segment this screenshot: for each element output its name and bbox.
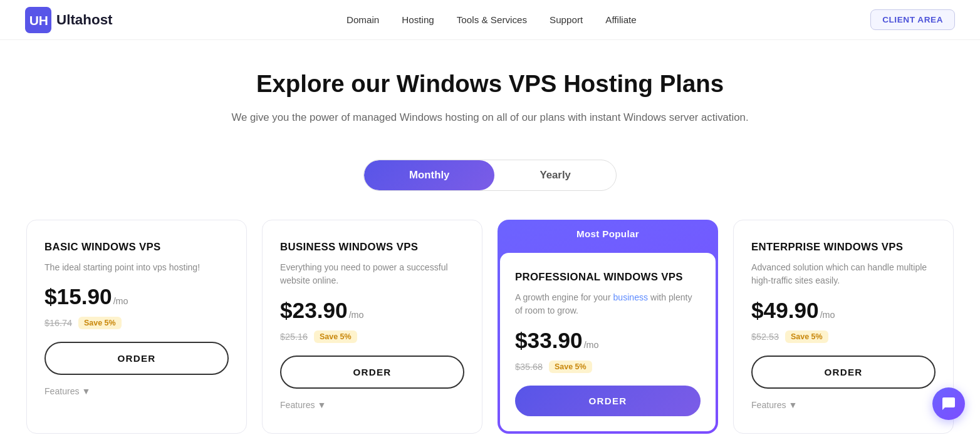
logo[interactable]: UH Ultahost xyxy=(25,7,113,33)
plan-name-business: BUSINESS WINDOWS VPS xyxy=(280,240,464,254)
price-amount-professional: $33.90 xyxy=(515,328,583,353)
plan-price-enterprise: $49.90 /mo xyxy=(751,298,936,323)
save-badge-enterprise: Save 5% xyxy=(785,330,828,343)
client-area-button[interactable]: CLIENT AREA xyxy=(870,9,955,30)
hero-section: Explore our Windows VPS Hosting Plans We… xyxy=(0,40,980,140)
chat-icon xyxy=(941,396,956,411)
popular-badge: Most Popular xyxy=(498,220,718,245)
plan-price-professional: $33.90 /mo xyxy=(515,328,701,353)
nav-domain[interactable]: Domain xyxy=(347,14,379,25)
logo-text: Ultahost xyxy=(56,12,113,28)
save-badge-professional: Save 5% xyxy=(549,361,592,373)
logo-icon: UH xyxy=(25,7,51,33)
price-amount-basic: $15.90 xyxy=(44,284,112,309)
plans-grid: BASIC WINDOWS VPS The ideal starting poi… xyxy=(26,220,954,434)
page-title: Explore our Windows VPS Hosting Plans xyxy=(13,70,967,98)
price-old-basic: $16.74 xyxy=(44,318,72,328)
price-mo-basic: /mo xyxy=(113,296,128,306)
plan-desc-basic: The ideal starting point into vps hostin… xyxy=(44,261,229,274)
plan-name-basic: BASIC WINDOWS VPS xyxy=(44,240,229,254)
plans-section: BASIC WINDOWS VPS The ideal starting poi… xyxy=(0,201,980,435)
price-old-row-enterprise: $52.53 Save 5% xyxy=(751,330,936,343)
nav-tools[interactable]: Tools & Services xyxy=(457,14,527,25)
chat-bubble[interactable] xyxy=(932,387,965,420)
yearly-toggle-btn[interactable]: Yearly xyxy=(494,160,615,190)
price-mo-business: /mo xyxy=(349,310,364,320)
billing-toggle-wrapper: Monthly Yearly xyxy=(0,160,980,191)
order-button-business[interactable]: ORDER xyxy=(280,356,464,389)
nav-affiliate[interactable]: Affiliate xyxy=(605,14,637,25)
price-old-business: $25.16 xyxy=(280,332,308,342)
hero-subtitle: We give you the power of managed Windows… xyxy=(13,109,967,127)
features-label-business[interactable]: Features ▼ xyxy=(280,400,464,410)
price-old-enterprise: $52.53 xyxy=(751,332,779,342)
plan-desc-professional: A growth engine for your business with p… xyxy=(515,291,701,317)
nav-links: Domain Hosting Tools & Services Support … xyxy=(347,14,637,25)
order-button-professional[interactable]: ORDER xyxy=(515,386,701,416)
billing-toggle: Monthly Yearly xyxy=(363,160,617,191)
price-mo-enterprise: /mo xyxy=(820,310,835,320)
price-amount-business: $23.90 xyxy=(280,298,348,323)
save-badge-business: Save 5% xyxy=(314,330,357,343)
features-label-basic[interactable]: Features ▼ xyxy=(44,386,229,396)
price-amount-enterprise: $49.90 xyxy=(751,298,819,323)
popular-inner: PROFESSIONAL WINDOWS VPS A growth engine… xyxy=(500,253,716,431)
price-old-row-business: $25.16 Save 5% xyxy=(280,330,464,343)
monthly-toggle-btn[interactable]: Monthly xyxy=(364,160,494,190)
save-badge-basic: Save 5% xyxy=(78,317,122,329)
plan-name-enterprise: ENTERPRISE WINDOWS VPS xyxy=(751,240,936,254)
plan-desc-business: Everything you need to power a successfu… xyxy=(280,261,464,287)
plan-card-professional: Most Popular PROFESSIONAL WINDOWS VPS A … xyxy=(498,220,718,434)
order-button-enterprise[interactable]: ORDER xyxy=(751,356,936,389)
plan-card-business: BUSINESS WINDOWS VPS Everything you need… xyxy=(262,220,482,434)
price-mo-professional: /mo xyxy=(584,340,599,350)
nav-hosting[interactable]: Hosting xyxy=(402,14,434,25)
nav-support[interactable]: Support xyxy=(550,14,583,25)
price-old-row-professional: $35.68 Save 5% xyxy=(515,361,701,373)
navbar: UH Ultahost Domain Hosting Tools & Servi… xyxy=(0,0,980,40)
plan-price-basic: $15.90 /mo xyxy=(44,284,229,309)
plan-desc-enterprise: Advanced solution which can handle multi… xyxy=(751,261,936,287)
order-button-basic[interactable]: ORDER xyxy=(44,342,229,375)
plan-name-professional: PROFESSIONAL WINDOWS VPS xyxy=(515,270,701,284)
price-old-professional: $35.68 xyxy=(515,362,543,372)
plan-price-business: $23.90 /mo xyxy=(280,298,464,323)
features-label-enterprise[interactable]: Features ▼ xyxy=(751,400,936,410)
plan-card-enterprise: ENTERPRISE WINDOWS VPS Advanced solution… xyxy=(733,220,954,434)
plan-card-basic: BASIC WINDOWS VPS The ideal starting poi… xyxy=(26,220,247,434)
price-old-row-basic: $16.74 Save 5% xyxy=(44,317,229,329)
svg-text:UH: UH xyxy=(29,13,48,27)
